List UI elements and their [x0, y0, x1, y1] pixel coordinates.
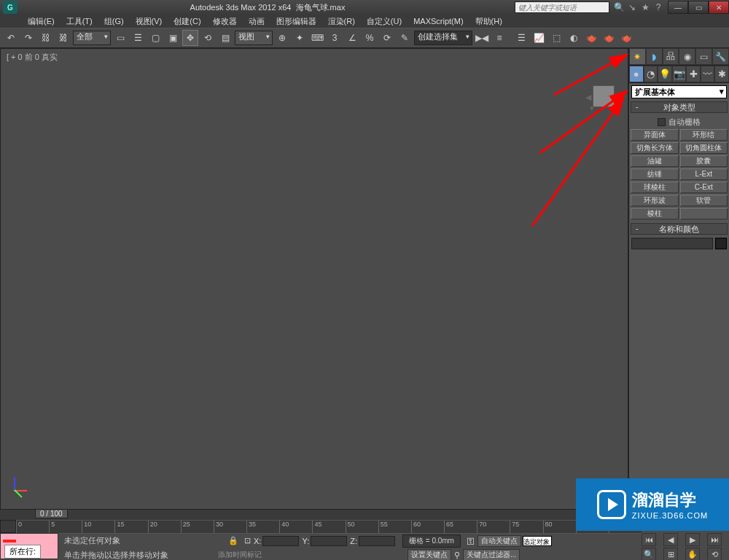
shapes-subtab[interactable]: ◔ [644, 66, 658, 82]
lights-subtab[interactable]: 💡 [658, 66, 672, 82]
hose-button[interactable]: 软管 [680, 195, 728, 206]
utilities-tab[interactable]: 🔧 [712, 48, 729, 65]
isolate-icon[interactable]: ⊡ [244, 536, 251, 545]
auto-key-button[interactable]: 自动关键点 [477, 535, 521, 547]
angle-snap-button[interactable]: ∠ [344, 30, 360, 46]
app-icon[interactable]: G [3, 1, 17, 14]
systems-subtab[interactable]: ✱ [714, 66, 729, 82]
restore-button[interactable]: ▭ [688, 1, 709, 14]
category-dropdown[interactable]: 扩展基本体 [631, 85, 727, 98]
viewcube-arrow-left-icon[interactable]: ◀ [585, 93, 591, 102]
motion-tab[interactable]: ◉ [679, 48, 695, 65]
trackbar-toggle[interactable] [0, 520, 16, 533]
spindle-button[interactable]: 纺锤 [631, 168, 679, 180]
prev-frame-button[interactable]: ◀ [663, 533, 678, 546]
select-object-button[interactable]: ▭ [112, 30, 128, 46]
close-button[interactable]: ✕ [709, 1, 729, 14]
keyboard-shortcut-button[interactable]: ⌨ [309, 30, 325, 46]
window-crossing-button[interactable]: ▣ [165, 30, 181, 46]
menu-tools[interactable]: 工具(T) [61, 15, 98, 28]
viewport-label[interactable]: [ + 0 前 0 真实 [7, 52, 58, 63]
helpers-subtab[interactable]: ✚ [686, 66, 701, 82]
snap-toggle-button[interactable]: 3 [327, 30, 343, 46]
viewport-front[interactable]: [ + 0 前 0 真实 ◀ ▾ [0, 48, 628, 510]
menu-edit[interactable]: 编辑(E) [22, 15, 61, 28]
menu-animation[interactable]: 动画 [243, 15, 270, 28]
menu-rendering[interactable]: 渲染(R) [322, 15, 361, 28]
next-frame-button[interactable]: ⏭ [707, 533, 722, 546]
z-coord-input[interactable] [359, 536, 395, 546]
hierarchy-tab[interactable]: 品 [663, 48, 679, 65]
select-rotate-button[interactable]: ⟲ [200, 30, 216, 46]
key-target-combo[interactable]: 选定对象 [523, 536, 552, 546]
orbit-button[interactable]: ⟲ [707, 548, 722, 560]
ref-coord-combo[interactable]: 视图 [235, 31, 273, 45]
object-name-input[interactable] [631, 238, 713, 249]
material-editor-button[interactable]: ◐ [566, 30, 582, 46]
geometry-subtab[interactable]: ● [629, 66, 644, 82]
render-setup-button[interactable]: 🫖 [583, 30, 599, 46]
oiltank-button[interactable]: 油罐 [631, 155, 679, 167]
zoom-button[interactable]: 🔍 [642, 548, 656, 560]
select-move-button[interactable]: ✥ [182, 30, 198, 46]
display-tab[interactable]: ▭ [695, 48, 712, 65]
modify-tab[interactable]: ◗ [646, 48, 663, 65]
named-selection-combo[interactable]: 创建选择集 [414, 31, 472, 45]
x-coord-input[interactable] [262, 536, 299, 546]
select-region-button[interactable]: ▢ [147, 30, 163, 46]
prism-button[interactable]: 棱柱 [631, 208, 679, 219]
render-button[interactable]: 🫖 [618, 30, 634, 46]
select-name-button[interactable]: ☰ [130, 30, 146, 46]
key-icon[interactable]: ⚿ [467, 537, 475, 545]
lock-icon[interactable]: 🔒 [228, 536, 238, 545]
track-bar[interactable]: 05 1015 2025 3035 4045 5055 6065 7075 80… [16, 520, 642, 533]
gengon-button[interactable]: 球棱柱 [631, 182, 679, 193]
minimize-button[interactable]: — [668, 1, 688, 14]
viewcube-arrow-down-icon[interactable]: ▾ [590, 104, 594, 113]
search-icon[interactable]: 🔍 [614, 2, 624, 12]
help-icon[interactable]: ? [653, 2, 663, 12]
undo-button[interactable]: ↶ [3, 30, 19, 46]
chamferbox-button[interactable]: 切角长方体 [631, 142, 679, 154]
frame-indicator[interactable]: 0 / 100 [35, 509, 68, 518]
selection-filter-combo[interactable]: 全部 [73, 31, 111, 45]
menu-create[interactable]: 创建(C) [168, 15, 206, 28]
y-coord-input[interactable] [311, 536, 347, 546]
cext-button[interactable]: C-Ext [680, 182, 728, 193]
link-button[interactable]: ⛓ [38, 30, 54, 46]
goto-start-button[interactable]: ⏮ [642, 533, 656, 546]
spinner-snap-button[interactable]: ⟳ [379, 30, 395, 46]
menu-views[interactable]: 视图(V) [130, 15, 168, 28]
menu-grapheditors[interactable]: 图形编辑器 [270, 15, 322, 28]
viewcube[interactable]: ◀ ▾ [585, 78, 622, 114]
keymode-icon[interactable]: ⚲ [454, 551, 460, 560]
spacewarps-subtab[interactable]: 〰 [701, 66, 715, 82]
cameras-subtab[interactable]: 📷 [672, 66, 687, 82]
schematic-view-button[interactable]: ⬚ [548, 30, 564, 46]
pivot-button[interactable]: ⊕ [274, 30, 290, 46]
chamfercyl-button[interactable]: 切角圆柱体 [680, 142, 728, 154]
menu-help[interactable]: 帮助(H) [469, 15, 508, 28]
lext-button[interactable]: L-Ext [680, 168, 728, 180]
rollout-name-color[interactable]: 名称和颜色 [631, 223, 728, 235]
capsule-button[interactable]: 胶囊 [680, 155, 728, 167]
render-frame-button[interactable]: 🫖 [601, 30, 617, 46]
zoom-all-button[interactable]: ⊞ [663, 548, 678, 560]
hedra-button[interactable]: 异面体 [631, 129, 679, 141]
help-search-input[interactable] [515, 1, 609, 13]
percent-snap-button[interactable]: % [362, 30, 378, 46]
rollout-object-type[interactable]: 对象类型 [631, 101, 728, 113]
auto-grid-checkbox[interactable] [658, 118, 666, 126]
align-button[interactable]: ≡ [491, 30, 507, 46]
pan-button[interactable]: ✋ [685, 548, 700, 560]
menu-group[interactable]: 组(G) [98, 15, 130, 28]
ringwave-button[interactable]: 环形波 [631, 195, 679, 206]
unlink-button[interactable]: ⛓̸ [55, 30, 71, 46]
object-color-swatch[interactable] [715, 238, 727, 249]
select-scale-button[interactable]: ▤ [217, 30, 233, 46]
add-time-tag[interactable]: 添加时间标记 [218, 550, 262, 560]
viewcube-face[interactable] [593, 85, 615, 107]
key-filters-button[interactable]: 关键点过滤器... [463, 549, 520, 560]
play-button[interactable]: ▶ [685, 533, 700, 546]
curve-editor-button[interactable]: 📈 [531, 30, 547, 46]
